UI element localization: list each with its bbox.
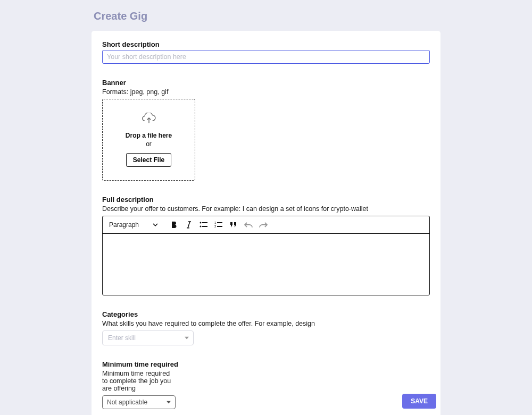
or-text: or [146, 140, 152, 148]
categories-help: What skills you have required to complet… [102, 320, 430, 327]
short-description-input[interactable] [102, 50, 430, 64]
svg-text:2: 2 [214, 225, 217, 228]
skill-placeholder: Enter skill [108, 334, 136, 342]
skill-input[interactable]: Enter skill [102, 331, 194, 345]
svg-rect-7 [217, 226, 222, 227]
full-description-label: Full description [102, 196, 430, 204]
svg-point-0 [200, 222, 202, 224]
rich-text-editor: Paragraph 12 [102, 216, 430, 295]
banner-label: Banner [102, 79, 430, 87]
caret-down-icon [167, 401, 171, 404]
bullet-list-icon [200, 221, 208, 228]
cloud-upload-icon [142, 113, 156, 124]
editor-toolbar: Paragraph 12 [103, 216, 429, 234]
full-description-field: Full description Describe your offer to … [102, 196, 430, 295]
banner-formats: Formats: jpeg, png, gif [102, 88, 430, 96]
svg-rect-3 [202, 226, 207, 227]
chevron-down-icon [153, 223, 158, 226]
svg-rect-2 [202, 222, 207, 223]
create-gig-form: Short description Banner Formats: jpeg, … [92, 31, 440, 415]
redo-button[interactable] [257, 219, 270, 231]
italic-button[interactable] [182, 219, 195, 231]
italic-icon [186, 221, 192, 228]
caret-down-icon [185, 337, 189, 340]
bold-icon [170, 221, 178, 228]
categories-label: Categories [102, 310, 430, 318]
paragraph-style-label: Paragraph [109, 221, 139, 228]
paragraph-style-select[interactable]: Paragraph [107, 220, 160, 230]
bold-button[interactable] [168, 219, 180, 231]
redo-icon [259, 222, 268, 228]
full-description-help: Describe your offer to customers. For ex… [102, 205, 430, 213]
undo-button[interactable] [242, 219, 255, 231]
categories-field: Categories What skills you have required… [102, 310, 430, 345]
short-description-field: Short description [102, 40, 430, 64]
min-time-field: Minimum time required Minimum time requi… [102, 360, 430, 409]
quote-icon [229, 222, 238, 228]
numbered-list-button[interactable]: 12 [212, 219, 225, 231]
bullet-list-button[interactable] [197, 219, 210, 231]
svg-rect-6 [217, 222, 222, 223]
banner-field: Banner Formats: jpeg, png, gif Drop a fi… [102, 79, 430, 181]
short-description-label: Short description [102, 40, 430, 48]
drop-file-text: Drop a file here [126, 132, 172, 140]
min-time-label: Minimum time required [102, 360, 430, 368]
min-time-value: Not applicable [107, 399, 147, 406]
numbered-list-icon: 12 [214, 221, 223, 228]
svg-point-1 [200, 226, 202, 227]
min-time-select[interactable]: Not applicable [102, 395, 176, 409]
undo-icon [244, 222, 253, 228]
banner-upload-dropzone[interactable]: Drop a file here or Select File [102, 99, 195, 181]
min-time-help: Minimum time required to complete the jo… [102, 370, 171, 392]
select-file-button[interactable]: Select File [126, 153, 171, 167]
save-button[interactable]: SAVE [402, 394, 436, 409]
svg-text:1: 1 [214, 221, 217, 224]
editor-content[interactable] [103, 234, 429, 295]
page-title: Create Gig [0, 0, 532, 31]
blockquote-button[interactable] [227, 219, 240, 231]
